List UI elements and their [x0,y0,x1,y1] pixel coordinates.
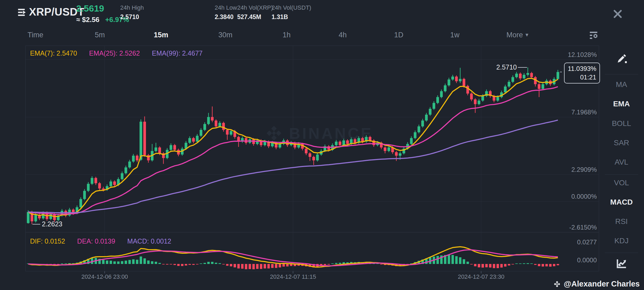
sidebar-item-ema[interactable]: EMA [599,98,644,110]
stat-value: 1.31B [272,13,288,21]
badge-percent: 11.0393% [568,64,596,73]
y-axis-label: 7.1968% [571,108,597,116]
credit-text: @Alexander Charles [564,280,640,288]
chevron-down-icon: ▼ [525,29,529,41]
sidebar-item-rsi[interactable]: RSI [599,216,644,227]
stat-label: 24h High [120,4,144,11]
stat-value: 2.5710 [120,13,139,21]
sidebar-item-kdj[interactable]: KDJ [599,235,644,247]
stat-value: 2.3840 [215,13,233,21]
badge-countdown: 01:21 [568,73,596,82]
sidebar-item-macd[interactable]: MACD [599,197,644,208]
sidebar-item-ma[interactable]: MA [599,79,644,90]
dif-legend: DIF: 0.0152 [30,237,65,245]
sidebar-item-sar[interactable]: SAR [599,137,644,148]
macd-axis-label: 0.0000 [577,256,597,264]
x-axis-label: 2024-12-06 23:00 [81,273,128,280]
header: XRP/USDT 2.5619 ≈ $2.56 +6.97% 24h High … [0,0,644,24]
y-axis-label: -2.6150% [569,224,597,231]
dea-legend: DEA: 0.0139 [77,237,115,245]
sidebar-item-boll[interactable]: BOLL [599,118,644,129]
stat-label: 24h Low [215,4,237,11]
tab-4h[interactable]: 4h [339,29,347,41]
stat-label: 24h Vol(XRP) [237,4,273,11]
trading-app: { "header": { "pair": "XRP/USDT", "price… [0,0,644,290]
timeframe-toolbar: Time 5m 15m 30m 1h 4h 1D 1w More▼ [0,24,644,46]
chart-settings-icon[interactable] [588,30,599,41]
close-button[interactable] [612,8,624,20]
draw-tool-button[interactable] [615,53,628,66]
tab-5m[interactable]: 5m [95,29,105,41]
y-axis-label: 12.1028% [568,51,597,59]
stat-label: 24h Vol(USDT) [272,4,311,11]
low-price-label: 2.2623 [42,220,62,228]
last-price: 2.5619 [76,3,104,14]
binance-logo-icon [553,280,561,288]
tab-time[interactable]: Time [28,29,43,41]
author-credit: @Alexander Charles [553,280,640,288]
x-axis-label: 2024-12-07 11:15 [270,273,316,280]
stat-value: 527.45M [237,13,261,21]
pencil-icon [615,53,628,65]
sidebar-item-avl[interactable]: AVL [599,157,644,168]
macd-axis-label: 0.0277 [577,238,597,246]
high-price-label: 2.5710 [482,63,517,71]
tab-15m[interactable]: 15m [154,29,168,41]
tab-1w[interactable]: 1w [450,29,460,41]
ema25-legend: EMA(25): 2.5262 [89,49,140,57]
close-icon [612,8,624,20]
trade-pairs-icon[interactable] [17,7,28,18]
ema7-legend: EMA(7): 2.5470 [30,49,77,57]
y-axis-label: 0.0000% [571,193,597,200]
fiat-price: ≈ $2.56 [76,16,100,24]
line-chart-icon [615,257,628,270]
ema-legend: EMA(7): 2.5470 EMA(25): 2.5262 EMA(99): … [30,49,213,57]
tab-1d[interactable]: 1D [394,29,404,41]
ema99-legend: EMA(99): 2.4677 [152,49,203,57]
tab-30m[interactable]: 30m [218,29,233,41]
y-axis-label: 2.2909% [571,166,597,173]
macd-value-legend: MACD: 0.0012 [127,237,171,245]
more-dropdown[interactable]: More▼ [506,29,529,42]
x-axis-label: 2024-12-07 23:30 [458,273,504,280]
depth-chart-button[interactable] [615,257,628,271]
tab-1h[interactable]: 1h [283,29,291,41]
last-price-badge: 11.0393% 01:21 [564,63,600,84]
indicator-sidebar: MA EMA BOLL SAR AVL VOL MACD RSI KDJ [599,46,644,274]
more-label: More [506,31,523,39]
sidebar-item-vol[interactable]: VOL [599,177,644,189]
macd-legend: DIF: 0.0152 DEA: 0.0139 MACD: 0.0012 [30,237,181,245]
